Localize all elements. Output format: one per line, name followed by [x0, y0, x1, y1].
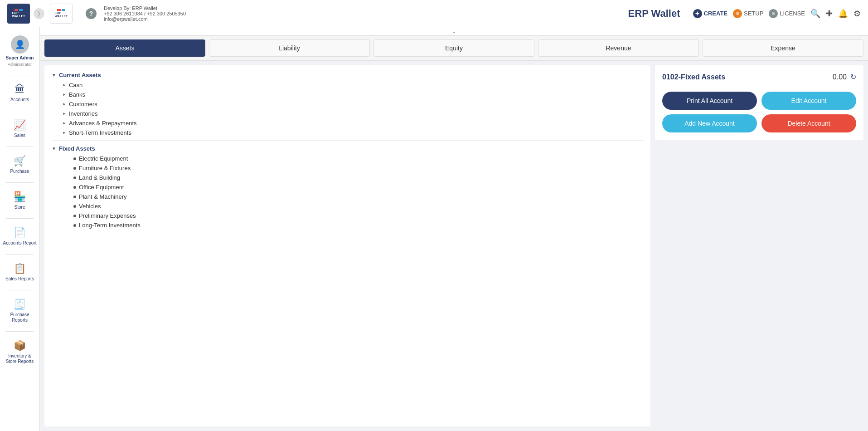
- create-label: CREATE: [704, 10, 727, 17]
- accounts-report-label: Accounts Report: [3, 240, 37, 246]
- tree-subchild-furniture[interactable]: Furniture & Fixtures: [73, 163, 643, 173]
- tree-parent-current-assets[interactable]: ▼ Current Assets: [52, 70, 643, 80]
- edit-account-button[interactable]: Edit Account: [761, 92, 856, 110]
- arrow-fixed-assets: ▼: [52, 146, 56, 151]
- license-button[interactable]: ⊘ LICENSE: [769, 9, 805, 18]
- dot-electric: [73, 157, 76, 160]
- tree-child-advances[interactable]: ► Advances & Prepayments: [63, 118, 643, 128]
- dot-land: [73, 176, 76, 179]
- furniture-label: Furniture & Fixtures: [79, 165, 131, 171]
- tree-subchild-preliminary[interactable]: Preliminary Expenses: [73, 211, 643, 220]
- tree-parent-fixed-assets[interactable]: ▼ Fixed Assets: [52, 143, 643, 154]
- tab-expense[interactable]: Expense: [703, 39, 863, 57]
- sidebar-divider-7: [6, 290, 34, 290]
- office-label: Office Equipment: [79, 184, 124, 191]
- dot-preliminary: [73, 215, 76, 217]
- collapse-icon: ⌄: [452, 28, 456, 34]
- tree-child-cash[interactable]: ► Cash: [63, 80, 643, 90]
- bullet-banks: ►: [63, 93, 66, 97]
- land-label: Land & Building: [79, 174, 120, 181]
- sidebar-item-accounts-report[interactable]: 📄 Accounts Report: [0, 222, 39, 250]
- sidebar: 👤 Super Admin Administrator 🏛 Accounts 📈…: [0, 27, 40, 431]
- account-balance-row: 0.00 ↻: [833, 73, 856, 81]
- top-header: ERPWALLET 〉 ERPWALLET ? Develop By: ERP …: [0, 0, 868, 27]
- delete-account-button[interactable]: Delete Account: [761, 114, 856, 132]
- dot-furniture: [73, 167, 76, 170]
- search-icon[interactable]: 🔍: [810, 9, 820, 19]
- sidebar-item-purchase[interactable]: 🛒 Purchase: [0, 151, 39, 179]
- store-label: Store: [15, 205, 25, 210]
- tree-subchild-long-term[interactable]: Long-Term Investments: [73, 220, 643, 230]
- sidebar-item-sales[interactable]: 📈 Sales: [0, 115, 39, 143]
- tree-subchild-electric[interactable]: Electric Equipment: [73, 154, 643, 163]
- logo-bar-red: [15, 9, 18, 11]
- create-button[interactable]: + CREATE: [693, 9, 727, 18]
- inventory-store-reports-icon: 📦: [14, 340, 26, 352]
- store-icon: 🏪: [14, 191, 26, 203]
- setup-label: SETUP: [744, 10, 763, 17]
- tabs-row: Assets Liability Equity Revenue Expense: [40, 36, 868, 61]
- nav-arrow-right[interactable]: 〉: [34, 8, 44, 19]
- sales-label: Sales: [14, 133, 25, 138]
- sidebar-item-sales-reports[interactable]: 📋 Sales Reports: [0, 258, 39, 286]
- tab-equity[interactable]: Equity: [373, 39, 534, 57]
- logo-bar-blue: [19, 9, 23, 11]
- tree-child-customers[interactable]: ► Customers: [63, 99, 643, 109]
- help-icon[interactable]: ?: [86, 8, 97, 19]
- panel-buttons: Print All Account Edit Account Add New A…: [662, 92, 856, 132]
- sidebar-item-store[interactable]: 🏪 Store: [0, 186, 39, 215]
- tree-subchild-land[interactable]: Land & Building: [73, 173, 643, 182]
- secondary-logo-text: ERPWALLET: [55, 11, 68, 18]
- tree-subchild-plant[interactable]: Plant & Machinery: [73, 192, 643, 201]
- sidebar-item-user: 👤 Super Admin Administrator: [0, 31, 39, 71]
- phone-label: +92 306 2611084 / +92 300 2505350: [104, 11, 186, 16]
- tree-subchild-vehicles[interactable]: Vehicles: [73, 201, 643, 211]
- sidebar-divider-2: [6, 111, 34, 111]
- sidebar-divider-1: [6, 75, 34, 75]
- tab-assets[interactable]: Assets: [44, 39, 205, 57]
- sidebar-divider-3: [6, 147, 34, 147]
- tab-liability[interactable]: Liability: [209, 39, 370, 57]
- tree-children-current-assets: ► Cash ► Banks ► Customers ►: [63, 80, 643, 137]
- account-header-row: 0102-Fixed Assets 0.00 ↻: [662, 73, 856, 86]
- tree-child-banks[interactable]: ► Banks: [63, 90, 643, 99]
- license-label: LICENSE: [780, 10, 805, 17]
- tree-group-fixed-assets: ▼ Fixed Assets Electric Equipment Furnit…: [52, 143, 643, 230]
- secondary-logo-bars: [57, 9, 65, 11]
- avatar: 👤: [11, 35, 29, 54]
- customers-label: Customers: [69, 101, 97, 108]
- tab-revenue[interactable]: Revenue: [538, 39, 699, 57]
- fixed-assets-label: Fixed Assets: [59, 145, 95, 152]
- sidebar-divider-8: [6, 331, 34, 332]
- dot-vehicles: [73, 205, 76, 208]
- print-all-account-button[interactable]: Print All Account: [662, 92, 757, 110]
- accounts-label: Accounts: [10, 97, 29, 103]
- plant-label: Plant & Machinery: [79, 193, 127, 200]
- logo-text-small: ERPWALLET: [12, 11, 25, 18]
- dot-office: [73, 186, 76, 189]
- collapse-bar[interactable]: ⌄: [40, 27, 868, 36]
- add-icon[interactable]: ✚: [826, 9, 833, 19]
- logo-icon: ERPWALLET: [12, 9, 25, 18]
- preliminary-label: Preliminary Expenses: [79, 212, 136, 219]
- bullet-advances: ►: [63, 121, 66, 125]
- setup-button[interactable]: ⚙ SETUP: [733, 9, 763, 18]
- tree-child-short-term[interactable]: ► Short-Term Investments: [63, 128, 643, 137]
- sidebar-divider-4: [6, 182, 34, 183]
- sales-icon: 📈: [14, 119, 26, 131]
- long-term-label: Long-Term Investments: [79, 222, 141, 229]
- tree-group-current-assets: ▼ Current Assets ► Cash ► Banks: [52, 70, 643, 137]
- tree-child-inventories[interactable]: ► Inventories: [63, 109, 643, 118]
- electric-label: Electric Equipment: [79, 155, 128, 162]
- accounts-report-icon: 📄: [14, 227, 26, 239]
- inventory-store-reports-label: Inventory & Store Reports: [3, 353, 37, 364]
- settings-icon[interactable]: ⚙: [853, 9, 861, 19]
- refresh-icon[interactable]: ↻: [850, 73, 856, 81]
- notification-icon[interactable]: 🔔: [838, 9, 848, 19]
- sidebar-item-accounts[interactable]: 🏛 Accounts: [0, 79, 39, 107]
- add-new-account-button[interactable]: Add New Account: [662, 114, 757, 132]
- tree-subchild-office[interactable]: Office Equipment: [73, 182, 643, 192]
- sidebar-item-purchase-reports[interactable]: 🧾 Purchase Reports: [0, 294, 39, 328]
- secondary-logo-area: ERPWALLET: [50, 4, 80, 24]
- sidebar-item-inventory-store-reports[interactable]: 📦 Inventory & Store Reports: [0, 335, 39, 369]
